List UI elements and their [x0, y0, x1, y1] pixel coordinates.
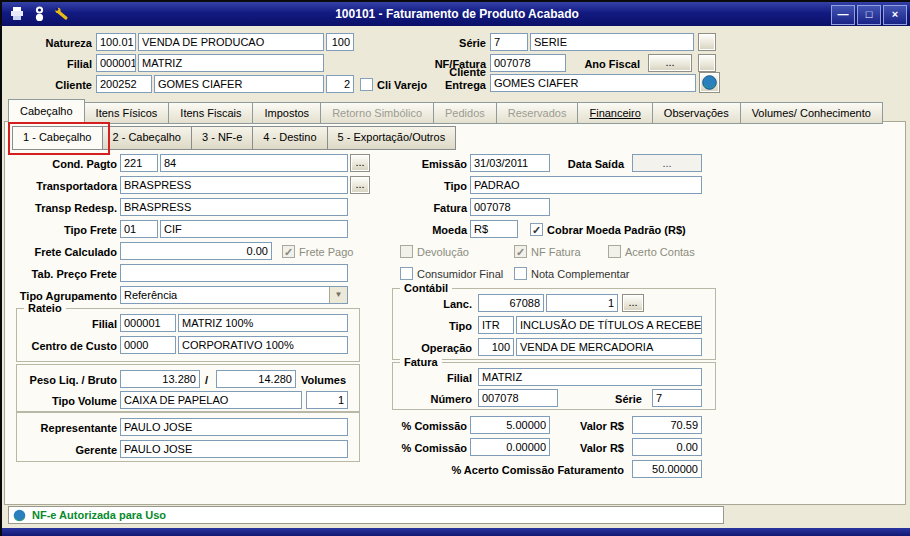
nf-lookup-button[interactable] [698, 54, 716, 72]
serie-label: Série [398, 35, 486, 51]
numero-field[interactable]: 007078 [478, 389, 558, 407]
maximize-button[interactable]: □ [857, 5, 881, 25]
cli-varejo-checkbox[interactable] [360, 78, 373, 91]
subtab-4-destino[interactable]: 4 - Destino [253, 126, 327, 150]
transportadora-label: Transportadora [4, 178, 117, 194]
comissao2-field[interactable]: 0.00000 [470, 438, 550, 456]
centro-custo-code-field[interactable]: 0000 [120, 336, 176, 354]
cond-pagto-code-field[interactable]: 221 [120, 154, 158, 172]
peso-liquido-field[interactable]: 13.280 [120, 370, 200, 388]
acerto-comissao-field[interactable]: 50.00000 [632, 460, 702, 478]
natureza-desc-field[interactable]: VENDA DE PRODUCAO [138, 33, 324, 51]
centro-custo-label: Centro de Custo [4, 338, 117, 354]
tab-observacoes[interactable]: Observações [653, 102, 741, 124]
cliente-loja-field[interactable]: 2 [326, 75, 354, 93]
close-button[interactable]: × [883, 5, 907, 25]
tipo-frete-code-field[interactable]: 01 [120, 220, 158, 238]
rateio-filial-desc-field[interactable]: MATRIZ 100% [178, 314, 348, 332]
cliente-desc-field[interactable]: GOMES CIAFER [154, 75, 324, 93]
fatura-filial-field[interactable]: MATRIZ [478, 368, 702, 386]
acerto-comissao-label: % Acerto Comissão Faturamento [380, 462, 624, 478]
cond-pagto-label: Cond. Pagto [4, 156, 117, 172]
tipo-field[interactable]: PADRAO [470, 176, 702, 194]
cobrar-moeda-checkbox[interactable] [530, 223, 543, 236]
tipo-frete-label: Tipo Frete [4, 222, 117, 238]
tab-impostos[interactable]: Impostos [253, 102, 321, 124]
main-tab-bar: Cabeçalho Itens Físicos Itens Fiscais Im… [8, 99, 883, 124]
transp-redesp-field[interactable]: BRASPRESS [120, 198, 348, 216]
lanc-seq-field[interactable]: 1 [546, 294, 618, 312]
transportadora-field[interactable]: BRASPRESS [120, 176, 348, 194]
gerente-field[interactable]: PAULO JOSE [120, 440, 348, 458]
filial-desc-field[interactable]: MATRIZ [138, 54, 324, 72]
moeda-label: Moeda [354, 222, 467, 238]
chevron-down-icon: ▼ [329, 287, 347, 303]
natureza-code-field[interactable]: 100.01 [96, 33, 136, 51]
subtab-5-exportacao-outros[interactable]: 5 - Exportação/Outros [328, 126, 457, 150]
lanc-button[interactable]: ... [622, 294, 644, 312]
lanc-value-field[interactable]: 67088 [478, 294, 544, 312]
emissao-label: Emissão [354, 156, 467, 172]
data-saida-label: Data Saída [548, 156, 624, 172]
subtab-1-cabecalho[interactable]: 1 - Cabeçalho [12, 126, 103, 150]
fatura-field[interactable]: 007078 [470, 198, 550, 216]
rateio-filial-code-field[interactable]: 000001 [120, 314, 176, 332]
natureza-extra-field[interactable]: 100 [326, 33, 354, 51]
ano-fiscal-button[interactable]: ... [648, 54, 692, 72]
contabil-tipo-label: Tipo [360, 318, 472, 334]
contabil-tipo-desc-field[interactable]: INCLUSÃO DE TÍTULOS A RECEBER [516, 316, 702, 334]
volumes-field[interactable]: 1 [306, 391, 348, 409]
tab-preco-frete-field[interactable] [120, 264, 348, 282]
emissao-field[interactable]: 31/03/2011 [470, 154, 550, 172]
tab-itens-fiscais[interactable]: Itens Fiscais [169, 102, 253, 124]
cliente-code-field[interactable]: 200252 [96, 75, 152, 93]
cond-pagto-value-field[interactable]: 84 [160, 154, 348, 172]
tab-itens-fisicos[interactable]: Itens Físicos [85, 102, 170, 124]
tab-volumes-conhecimento[interactable]: Volumes/ Conhecimento [741, 102, 883, 124]
operacao-desc-field[interactable]: VENDA DE MERCADORIA [516, 338, 702, 356]
tab-financeiro[interactable]: Financeiro [578, 102, 652, 124]
tab-cabecalho[interactable]: Cabeçalho [8, 99, 85, 123]
subtab-2-cabecalho[interactable]: 2 - Cabeçalho [103, 126, 193, 150]
cliente-entrega-field[interactable]: GOMES CIAFER [490, 74, 696, 92]
serie-desc-field[interactable]: SERIE [530, 33, 694, 51]
data-saida-field[interactable]: ... [632, 154, 702, 172]
tipo-volume-field[interactable]: CAIXA DE PAPELAO [120, 391, 302, 409]
fatura-label: Fatura [354, 200, 467, 216]
operacao-code-field[interactable]: 100 [478, 338, 514, 356]
rateio-title: Rateio [24, 302, 66, 314]
frete-calculado-label: Frete Calculado [4, 244, 117, 260]
sub-tab-bar: 1 - Cabeçalho 2 - Cabeçalho 3 - NF-e 4 -… [12, 126, 456, 150]
nf-fatura-flag-label: NF Fatura [531, 244, 581, 260]
comissao1-label: % Comissão [354, 418, 467, 434]
minimize-button[interactable]: — [831, 5, 855, 25]
consumidor-final-label: Consumidor Final [417, 266, 503, 282]
filial-code-field[interactable]: 000001 [96, 54, 136, 72]
peso-bruto-field[interactable]: 14.280 [216, 370, 296, 388]
fatura-group-title: Fatura [400, 356, 442, 368]
tab-pedidos: Pedidos [434, 102, 497, 124]
moeda-field[interactable]: R$ [470, 220, 518, 238]
nota-complementar-checkbox[interactable] [514, 267, 527, 280]
numero-label: Número [360, 391, 472, 407]
tipo-agrupamento-select[interactable]: Referência ▼ [120, 286, 348, 304]
valor2-field[interactable]: 0.00 [632, 438, 702, 456]
valor1-field[interactable]: 70.59 [632, 416, 702, 434]
nfe-globe-button[interactable] [699, 72, 720, 93]
tipo-frete-desc-field[interactable]: CIF [160, 220, 348, 238]
bottom-bar [2, 528, 910, 536]
devolucao-checkbox [400, 245, 413, 258]
serie-code-field[interactable]: 7 [490, 33, 528, 51]
fatura-serie-field[interactable]: 7 [652, 389, 702, 407]
comissao1-field[interactable]: 5.00000 [470, 416, 550, 434]
contabil-tipo-code-field[interactable]: ITR [478, 316, 514, 334]
consumidor-final-checkbox[interactable] [400, 267, 413, 280]
representante-field[interactable]: PAULO JOSE [120, 418, 348, 436]
tab-preco-frete-label: Tab. Preço Frete [4, 266, 117, 282]
centro-custo-desc-field[interactable]: CORPORATIVO 100% [178, 336, 348, 354]
tab-reservados: Reservados [497, 102, 579, 124]
frete-calculado-field[interactable]: 0.00 [120, 242, 272, 260]
serie-lookup-button[interactable] [698, 33, 716, 51]
subtab-3-nfe[interactable]: 3 - NF-e [192, 126, 253, 150]
nf-fatura-field[interactable]: 007078 [490, 54, 566, 72]
